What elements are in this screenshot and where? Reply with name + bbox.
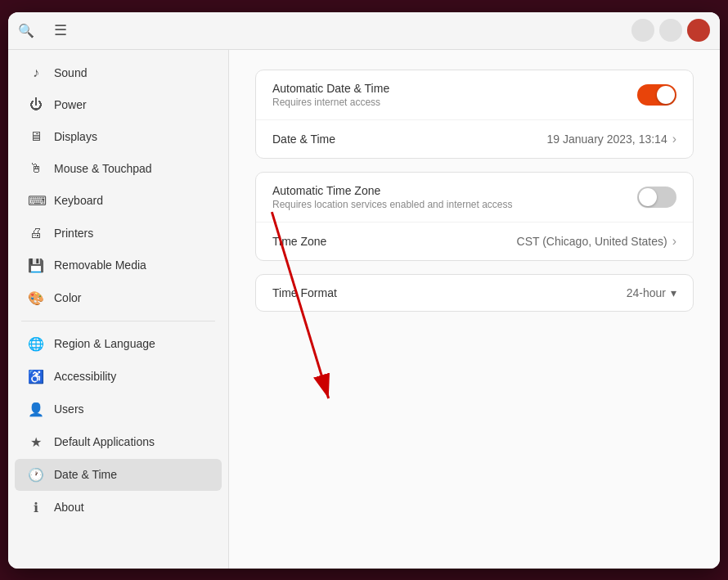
row-value-date-time-value: 19 January 2023, 13:14› (547, 132, 676, 146)
row-value-auto-date-time-toggle (637, 84, 676, 106)
sidebar-label-printers: Printers (54, 227, 93, 240)
toggle-knob-auto-timezone-toggle (639, 188, 657, 206)
sidebar-item-date-time[interactable]: 🕐Date & Time (15, 459, 222, 491)
default-apps-icon: ★ (28, 434, 44, 450)
card-auto-timezone: Automatic Time ZoneRequires location ser… (255, 172, 694, 261)
dropdown-arrow-time-format: ▾ (671, 286, 676, 299)
sidebar-label-displays: Displays (54, 130, 97, 143)
color-icon: 🎨 (28, 290, 44, 306)
row-label-group-timezone-value: Time Zone (272, 235, 326, 248)
main-wrapper: Automatic Date & TimeRequires internet a… (229, 50, 720, 569)
main-content: Automatic Date & TimeRequires internet a… (229, 50, 720, 569)
row-sublabel-auto-timezone-toggle: Requires location services enabled and i… (272, 199, 513, 210)
row-label-time-format: Time Format (272, 286, 337, 299)
sidebar-item-default-apps[interactable]: ★Default Applications (15, 426, 222, 458)
sidebar-item-displays[interactable]: 🖥Displays (15, 121, 222, 152)
search-button[interactable]: 🔍 (18, 23, 34, 38)
sidebar-label-date-time: Date & Time (54, 468, 117, 481)
sidebar-label-default-apps: Default Applications (54, 435, 155, 448)
row-value-auto-timezone-toggle (637, 187, 676, 208)
sidebar-item-color[interactable]: 🎨Color (15, 282, 222, 314)
row-label-group-time-format: Time Format (272, 286, 337, 299)
date-time-icon: 🕐 (28, 467, 44, 483)
settings-window: 🔍 ☰ ♪Sound⏻Power🖥Displays🖱Mouse & Touchp… (8, 12, 720, 569)
sidebar-label-accessibility: Accessibility (54, 370, 116, 383)
row-timezone-value[interactable]: Time ZoneCST (Chicago, United States)› (256, 223, 693, 260)
chevron-icon-timezone-value: › (672, 234, 676, 249)
sidebar-item-removable[interactable]: 💾Removable Media (15, 250, 222, 281)
sidebar-item-mouse[interactable]: 🖱Mouse & Touchpad (15, 153, 222, 184)
row-time-format[interactable]: Time Format24-hour▾ (256, 275, 693, 311)
row-auto-date-time-toggle[interactable]: Automatic Date & TimeRequires internet a… (256, 70, 693, 120)
sidebar-item-about[interactable]: ℹAbout (15, 492, 222, 524)
close-button[interactable] (687, 19, 710, 42)
sound-icon: ♪ (28, 65, 44, 80)
sidebar-item-power[interactable]: ⏻Power (15, 89, 222, 120)
maximize-button[interactable] (659, 19, 682, 42)
sidebar-label-sound: Sound (54, 66, 87, 79)
chevron-icon-date-time-value: › (672, 132, 676, 146)
printers-icon: 🖨 (28, 226, 44, 241)
sidebar-label-mouse: Mouse & Touchpad (54, 162, 152, 175)
sidebar-item-users[interactable]: 👤Users (15, 393, 222, 425)
titlebar-left: 🔍 ☰ (18, 21, 231, 39)
value-text-timezone-value: CST (Chicago, United States) (517, 235, 667, 248)
sidebar-item-region[interactable]: 🌐Region & Language (15, 328, 222, 360)
sidebar: ♪Sound⏻Power🖥Displays🖱Mouse & Touchpad⌨K… (8, 50, 229, 569)
sidebar-label-about: About (54, 501, 84, 514)
sidebar-item-keyboard[interactable]: ⌨Keyboard (15, 185, 222, 217)
minimize-button[interactable] (631, 19, 654, 42)
content-area: ♪Sound⏻Power🖥Displays🖱Mouse & Touchpad⌨K… (8, 50, 720, 569)
toggle-knob-auto-date-time-toggle (657, 86, 675, 104)
dropdown-value-time-format: 24-hour (627, 286, 666, 299)
row-label-auto-timezone-toggle: Automatic Time Zone (272, 184, 513, 197)
row-value-time-format: 24-hour▾ (627, 286, 676, 299)
row-label-timezone-value: Time Zone (272, 235, 326, 248)
sidebar-label-keyboard: Keyboard (54, 194, 103, 207)
region-icon: 🌐 (28, 336, 44, 352)
accessibility-icon: ♿ (28, 369, 44, 384)
row-date-time-value[interactable]: Date & Time19 January 2023, 13:14› (256, 120, 693, 158)
row-label-group-auto-timezone-toggle: Automatic Time ZoneRequires location ser… (272, 184, 513, 210)
mouse-icon: 🖱 (28, 161, 44, 176)
toggle-auto-timezone-toggle[interactable] (637, 187, 676, 208)
card-time-format-card: Time Format24-hour▾ (255, 274, 694, 312)
toggle-auto-date-time-toggle[interactable] (637, 84, 676, 106)
sidebar-item-accessibility[interactable]: ♿Accessibility (15, 361, 222, 393)
card-auto-datetime: Automatic Date & TimeRequires internet a… (255, 70, 694, 159)
window-controls (631, 19, 710, 42)
titlebar: 🔍 ☰ (8, 12, 720, 50)
value-text-date-time-value: 19 January 2023, 13:14 (547, 133, 667, 146)
dropdown-time-format[interactable]: 24-hour▾ (627, 286, 676, 299)
sidebar-label-power: Power (54, 98, 87, 111)
sidebar-label-color: Color (54, 291, 81, 304)
sidebar-divider (21, 321, 215, 321)
about-icon: ℹ (28, 500, 44, 515)
sidebar-label-region: Region & Language (54, 337, 155, 350)
sidebar-label-removable: Removable Media (54, 259, 146, 272)
row-value-timezone-value: CST (Chicago, United States)› (517, 234, 676, 249)
power-icon: ⏻ (28, 97, 44, 112)
row-label-auto-date-time-toggle: Automatic Date & Time (272, 82, 389, 95)
row-label-group-auto-date-time-toggle: Automatic Date & TimeRequires internet a… (272, 82, 389, 108)
removable-icon: 💾 (28, 258, 44, 273)
row-sublabel-auto-date-time-toggle: Requires internet access (272, 97, 389, 108)
menu-button[interactable]: ☰ (54, 21, 67, 39)
displays-icon: 🖥 (28, 129, 44, 144)
sidebar-item-sound[interactable]: ♪Sound (15, 57, 222, 88)
row-label-group-date-time-value: Date & Time (272, 133, 335, 146)
sidebar-item-printers[interactable]: 🖨Printers (15, 218, 222, 249)
users-icon: 👤 (28, 402, 44, 417)
row-label-date-time-value: Date & Time (272, 133, 335, 146)
row-auto-timezone-toggle[interactable]: Automatic Time ZoneRequires location ser… (256, 173, 693, 223)
keyboard-icon: ⌨ (28, 193, 44, 209)
sidebar-label-users: Users (54, 402, 84, 416)
